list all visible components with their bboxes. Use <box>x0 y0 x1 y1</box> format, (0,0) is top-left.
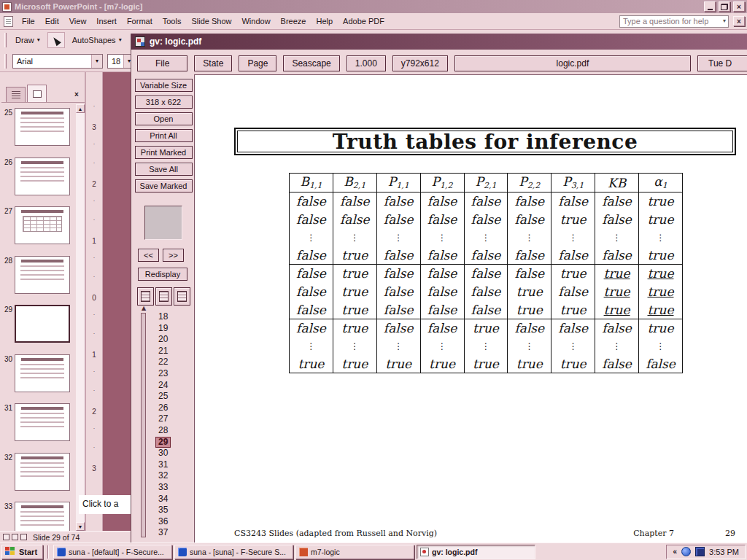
page-item-33[interactable]: 33 <box>149 482 190 494</box>
menu-item-tools[interactable]: Tools <box>158 13 187 29</box>
gv-page-button[interactable]: Page <box>239 55 276 71</box>
gv-save-marked-button[interactable]: Save Marked <box>135 179 193 192</box>
slide-thumbnail-27[interactable] <box>15 206 70 244</box>
menu-item-format[interactable]: Format <box>122 13 158 29</box>
menu-item-insert[interactable]: Insert <box>91 13 122 29</box>
gv-y792x612-button[interactable]: y792x612 <box>392 55 448 71</box>
cell-value: true <box>341 284 368 299</box>
taskbar-item-suna-suna-f-secure-s[interactable]: suna - [suna] - F-Secure S... <box>174 545 293 559</box>
font-dropdown-button[interactable]: ▾ <box>91 55 102 68</box>
slide-thumbnail-28[interactable] <box>15 256 70 294</box>
toolbar-grip[interactable] <box>4 33 7 47</box>
taskbar-item-suna-default-f-secure[interactable]: suna - [default] - F-Secure... <box>53 545 172 559</box>
page-item-18[interactable]: 18 <box>149 311 190 323</box>
slide-thumbnail-26[interactable] <box>15 158 70 195</box>
page-item-29[interactable]: 29 <box>149 437 190 448</box>
page-item-24[interactable]: 24 <box>149 380 190 392</box>
page-item-32[interactable]: 32 <box>149 470 190 482</box>
page-item-21[interactable]: 21 <box>149 346 190 357</box>
draw-menu-button[interactable]: Draw ▾ <box>11 32 44 48</box>
gv-seascape-button[interactable]: Seascape <box>283 55 339 71</box>
gv-locator-box[interactable] <box>144 206 182 240</box>
normal-view-icon[interactable] <box>3 534 9 540</box>
restore-button[interactable] <box>719 1 730 12</box>
slide-thumbnail-33[interactable] <box>15 502 70 531</box>
slide-thumbnail-25[interactable] <box>15 108 70 146</box>
slide-text-placeholder[interactable]: Click to a <box>79 495 131 514</box>
select-objects-button[interactable] <box>47 32 65 48</box>
page-item-25[interactable]: 25 <box>149 391 190 402</box>
gv-print-all-button[interactable]: Print All <box>135 129 193 142</box>
page-item-22[interactable]: 22 <box>149 357 190 368</box>
page-item-31[interactable]: 31 <box>149 459 190 471</box>
page-list: 1819202122232425262728293031323334353637 <box>149 311 190 539</box>
gv-print-marked-button[interactable]: Print Marked <box>135 146 193 159</box>
tab-outline[interactable] <box>6 87 26 102</box>
page-item-19[interactable]: 19 <box>149 323 190 335</box>
page-item-27[interactable]: 27 <box>149 413 190 425</box>
menu-item-adobe-pdf[interactable]: Adobe PDF <box>338 13 390 29</box>
slide-thumbnail-30[interactable] <box>15 354 70 392</box>
thumbnail-scrollbar[interactable]: ▲ ▼ <box>76 104 85 531</box>
question-box[interactable]: Type a question for help ▾ <box>619 15 729 28</box>
collapse-tray-button[interactable]: « <box>673 548 677 556</box>
slideshow-view-icon[interactable] <box>20 534 27 540</box>
start-button[interactable]: Start <box>1 545 43 559</box>
cell-value: false <box>296 212 326 227</box>
gv-open-button[interactable]: Open <box>135 112 193 125</box>
taskbar-item-m7-logic[interactable]: m7-logic <box>295 545 414 559</box>
unmark-pages-button[interactable] <box>174 287 190 306</box>
page-list-scrollbar[interactable] <box>141 313 146 537</box>
slide-thumbnail-31[interactable] <box>15 403 70 441</box>
autoshapes-menu-button[interactable]: AutoShapes ▾ <box>68 32 126 48</box>
scroll-up-button[interactable]: ▲ <box>76 104 85 113</box>
page-item-37[interactable]: 37 <box>149 527 190 539</box>
close-pane-button[interactable]: × <box>71 89 82 99</box>
gv-state-button[interactable]: State <box>194 55 232 71</box>
menu-item-window[interactable]: Window <box>236 13 275 29</box>
menu-item-edit[interactable]: Edit <box>40 13 64 29</box>
tab-slides[interactable] <box>27 85 47 102</box>
menu-item-view[interactable]: View <box>64 13 92 29</box>
page-item-23[interactable]: 23 <box>149 368 190 380</box>
slide-sorter-view-icon[interactable] <box>12 534 18 540</box>
slide-thumbnail-32[interactable] <box>15 453 70 491</box>
taskbar-item-gv-logic-pdf[interactable]: gv: logic.pdf <box>417 545 535 559</box>
menu-item-slide-show[interactable]: Slide Show <box>186 13 236 29</box>
page-item-30[interactable]: 30 <box>149 448 190 459</box>
page-item-34[interactable]: 34 <box>149 494 190 505</box>
gv-save-all-button[interactable]: Save All <box>135 163 193 176</box>
tray-icon-2[interactable] <box>695 547 705 556</box>
page-item-20[interactable]: 20 <box>149 334 190 346</box>
minimize-button[interactable] <box>704 1 716 12</box>
next-page-button[interactable]: >> <box>163 249 184 262</box>
gv-variable-size-button[interactable]: Variable Size <box>135 79 193 92</box>
scrollbar-track[interactable] <box>76 113 85 522</box>
gv-titlebar[interactable]: gv: logic.pdf <box>131 34 747 50</box>
page-item-28[interactable]: 28 <box>149 425 190 437</box>
page-item-36[interactable]: 36 <box>149 516 190 528</box>
menu-item-help[interactable]: Help <box>311 13 338 29</box>
gv-date-button[interactable]: Tue D <box>697 55 747 71</box>
document-close-button[interactable]: × <box>733 16 745 26</box>
scroll-down-button[interactable]: ▼ <box>76 522 85 531</box>
toggle-current-page-button[interactable] <box>137 287 154 306</box>
redisplay-button[interactable]: Redisplay <box>138 268 187 281</box>
slide-thumbnail-29[interactable] <box>15 305 70 343</box>
page-item-26[interactable]: 26 <box>149 402 190 414</box>
page-item-35[interactable]: 35 <box>149 505 190 516</box>
tray-icon-1[interactable] <box>681 547 691 556</box>
previous-page-button[interactable]: << <box>138 249 159 262</box>
close-button[interactable]: × <box>733 1 745 12</box>
gv-1-000-button[interactable]: 1.000 <box>347 55 386 71</box>
mark-pages-button[interactable] <box>155 287 172 306</box>
truth-table-cell: true <box>290 355 333 373</box>
font-name-combo[interactable]: Arial ▾ <box>12 54 103 69</box>
toolbar-grip[interactable] <box>4 54 7 69</box>
scrollbar-thumb[interactable] <box>76 114 85 269</box>
gv-318-x-622-button[interactable]: 318 x 622 <box>135 96 193 109</box>
gv-file-button[interactable]: File <box>137 55 187 71</box>
menu-item-file[interactable]: File <box>17 13 40 29</box>
menu-item-breeze[interactable]: Breeze <box>276 13 311 29</box>
gv-filename-button[interactable]: logic.pdf <box>454 55 691 71</box>
